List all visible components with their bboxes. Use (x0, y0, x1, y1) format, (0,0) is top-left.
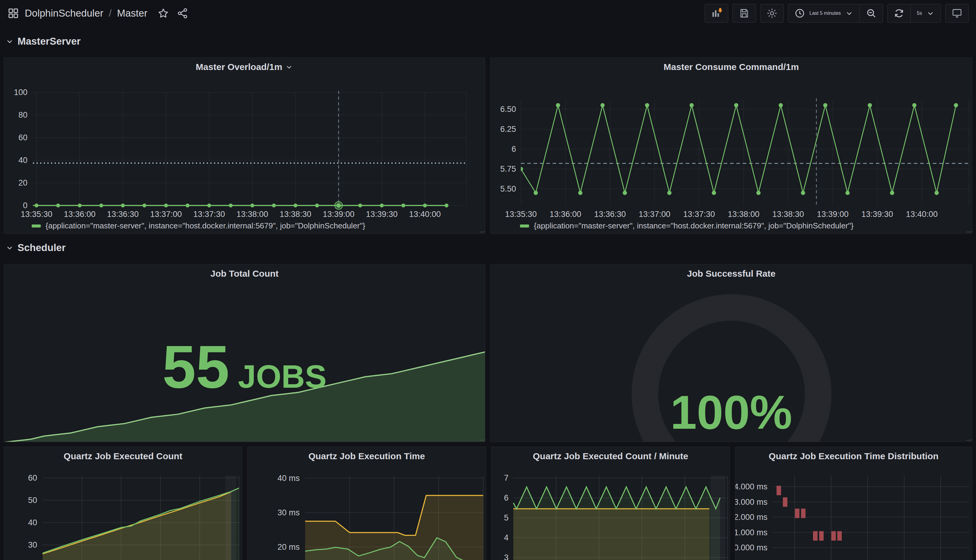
panel-quartz-execution-time: Quartz Job Execution Time 20 ms30 ms40 m… (247, 447, 486, 560)
svg-text:7: 7 (504, 473, 509, 482)
legend-item[interactable]: {application="master-server", instance="… (32, 221, 365, 230)
svg-text:6.50: 6.50 (500, 105, 516, 114)
svg-text:40 ms: 40 ms (277, 474, 300, 483)
svg-text:13:37:30: 13:37:30 (193, 210, 225, 219)
svg-text:30: 30 (28, 540, 37, 550)
breadcrumb-dashboard[interactable]: DolphinScheduler (25, 8, 103, 19)
apps-grid-icon[interactable] (7, 7, 19, 19)
chevron-down-icon (926, 9, 935, 18)
svg-text:13:39:00: 13:39:00 (323, 210, 354, 219)
panel-job-total-count: Job Total Count 55 JOBS (3, 264, 485, 442)
svg-text:5.75: 5.75 (500, 165, 516, 173)
share-icon[interactable] (177, 7, 189, 19)
svg-text:13:35:30: 13:35:30 (20, 210, 52, 219)
quartz-time-distribution-heatmap[interactable]: 30.000 ms31.000 ms32.000 ms33.000 ms34.0… (735, 447, 973, 560)
svg-text:6.25: 6.25 (500, 125, 516, 134)
svg-text:13:40:00: 13:40:00 (409, 210, 440, 219)
add-panel-button[interactable] (705, 4, 728, 23)
panel-job-successful-rate: Job Successful Rate 100% (490, 264, 973, 442)
svg-text:5: 5 (504, 513, 509, 522)
svg-text:13:38:00: 13:38:00 (236, 210, 268, 219)
section-title: MasterServer (17, 36, 80, 47)
panel-quartz-time-distribution: Quartz Job Execution Time Distribution 3… (735, 447, 973, 560)
svg-text:0: 0 (23, 201, 27, 210)
panel-quartz-executed-count: Quartz Job Executed Count 30405060 (3, 447, 242, 560)
panel-quartz-count-minute: Quartz Job Executed Count / Minute 34567 (491, 447, 730, 560)
section-title: Scheduler (17, 242, 66, 253)
svg-text:13:36:00: 13:36:00 (64, 210, 95, 219)
stat-value: 55 (162, 337, 229, 397)
svg-text:33.000 ms: 33.000 ms (735, 498, 767, 507)
legend-label: {application="master-server", instance="… (45, 221, 365, 230)
svg-text:32.000 ms: 32.000 ms (735, 513, 767, 522)
svg-text:13:37:00: 13:37:00 (150, 210, 182, 219)
master-overload-chart[interactable]: 02040608010013:35:3013:36:0013:36:3013:3… (4, 58, 485, 234)
svg-text:4: 4 (504, 533, 509, 542)
svg-text:13:38:00: 13:38:00 (727, 210, 759, 219)
quartz-count-minute-chart[interactable]: 34567 (491, 447, 730, 560)
svg-text:80: 80 (18, 110, 27, 120)
section-scheduler[interactable]: Scheduler (5, 242, 66, 253)
svg-text:13:38:30: 13:38:30 (279, 210, 311, 219)
cycle-view-mode-button[interactable] (945, 4, 969, 23)
time-picker-group: Last 5 minutes (788, 4, 883, 23)
svg-text:50: 50 (28, 496, 37, 505)
svg-text:30.000 ms: 30.000 ms (735, 543, 767, 552)
chevron-down-icon (5, 243, 14, 252)
svg-text:13:39:30: 13:39:30 (861, 210, 893, 219)
panel-master-overload: Master Overload/1m 02040608010013:35:301… (3, 57, 485, 234)
svg-text:13:39:30: 13:39:30 (366, 210, 397, 219)
svg-text:13:36:30: 13:36:30 (594, 210, 626, 219)
section-masterserver[interactable]: MasterServer (5, 36, 80, 47)
svg-text:13:37:30: 13:37:30 (683, 210, 715, 219)
svg-text:13:38:30: 13:38:30 (772, 210, 804, 219)
svg-text:30 ms: 30 ms (277, 508, 300, 517)
legend-item[interactable]: {application="master-server", instance="… (520, 221, 854, 230)
chevron-down-icon (845, 9, 854, 18)
svg-text:100: 100 (14, 88, 27, 97)
refresh-interval-label: 5s (917, 10, 922, 16)
svg-text:34.000 ms: 34.000 ms (735, 482, 767, 491)
svg-text:6: 6 (512, 145, 516, 153)
refresh-button[interactable] (888, 4, 911, 22)
dashboard-settings-button[interactable] (760, 4, 784, 23)
svg-text:13:36:00: 13:36:00 (550, 210, 581, 219)
quartz-executed-count-chart[interactable]: 30405060 (4, 447, 242, 560)
stat-unit: JOBS (238, 360, 327, 393)
svg-text:13:40:00: 13:40:00 (906, 210, 938, 219)
svg-text:6: 6 (504, 493, 509, 502)
breadcrumb-separator: / (109, 8, 112, 19)
svg-text:60: 60 (28, 473, 37, 482)
breadcrumb-page[interactable]: Master (117, 8, 148, 19)
zoom-out-time-button[interactable] (860, 4, 883, 22)
svg-text:20 ms: 20 ms (277, 542, 300, 552)
time-range-picker[interactable]: Last 5 minutes (788, 4, 859, 22)
svg-text:5.50: 5.50 (500, 184, 516, 193)
svg-text:13:36:30: 13:36:30 (107, 210, 138, 219)
legend-swatch (32, 225, 41, 228)
panel-master-consume: Master Consume Command/1m 5.505.7566.256… (490, 57, 973, 234)
refresh-interval-picker[interactable]: 5s (911, 4, 941, 22)
top-bar: DolphinScheduler / Master (0, 0, 976, 27)
save-dashboard-button[interactable] (732, 4, 756, 23)
svg-text:31.000 ms: 31.000 ms (735, 528, 767, 537)
svg-text:40: 40 (18, 156, 27, 165)
job-total-stat: 55 JOBS (4, 337, 485, 397)
svg-text:20: 20 (18, 178, 27, 187)
gauge-value: 100% (491, 385, 972, 440)
chevron-down-icon (5, 37, 14, 45)
refresh-group: 5s (887, 4, 941, 23)
svg-text:40: 40 (28, 518, 37, 527)
quartz-execution-time-chart[interactable]: 20 ms30 ms40 ms (247, 447, 486, 560)
svg-text:60: 60 (18, 133, 27, 142)
svg-text:13:37:00: 13:37:00 (639, 210, 670, 219)
legend-swatch (520, 225, 529, 228)
legend-label: {application="master-server", instance="… (534, 221, 854, 230)
svg-text:13:39:00: 13:39:00 (817, 210, 849, 219)
master-consume-chart[interactable]: 5.505.7566.256.5013:35:3013:36:0013:36:3… (491, 58, 973, 234)
svg-text:13:35:30: 13:35:30 (505, 210, 537, 219)
dashboard-toolbar: Last 5 minutes 5s (705, 4, 969, 23)
time-range-label: Last 5 minutes (809, 10, 841, 16)
star-icon[interactable] (157, 7, 169, 19)
svg-text:3: 3 (504, 553, 509, 560)
